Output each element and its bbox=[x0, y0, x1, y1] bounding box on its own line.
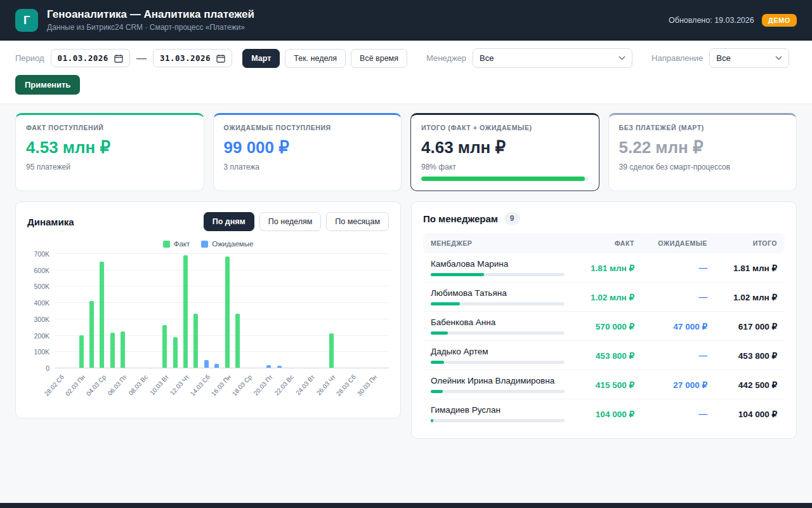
header-right: Обновлено: 19.03.2026 ДЕМО bbox=[669, 14, 797, 27]
dynamics-tab-0[interactable]: По дням bbox=[204, 212, 254, 231]
manager-name-cell: Дадыко Артем bbox=[431, 347, 565, 364]
dynamics-chart: 0100K200K300K400K500K600K700K 28.02 Сб02… bbox=[27, 254, 389, 408]
chart-bar bbox=[183, 255, 188, 368]
manager-row[interactable]: Олейник Ирина Владимировна415 500 ₽27 00… bbox=[423, 370, 785, 399]
y-tick-label: 400K bbox=[34, 299, 49, 307]
legend-label: Факт bbox=[174, 240, 190, 248]
manager-expected-value: 47 000 ₽ bbox=[634, 321, 707, 331]
chevron-down-icon bbox=[619, 56, 625, 60]
kpi-sub: 98% факт bbox=[421, 163, 589, 171]
x-tick-label: 26.03 Чт bbox=[315, 373, 336, 396]
manager-total-value: 442 500 ₽ bbox=[707, 380, 777, 390]
page-title: Геноаналитика — Аналитика платежей bbox=[47, 9, 254, 21]
y-tick-label: 500K bbox=[34, 283, 49, 290]
date-from-input[interactable]: 01.03.2026 bbox=[51, 49, 130, 67]
kpi-title: ФАКТ ПОСТУПЛЕНИЙ bbox=[26, 124, 193, 131]
chart-plot-wrap: 28.02 Сб02.03 Пн04.03 Ср06.03 Пт08.03 Вс… bbox=[55, 254, 389, 408]
manager-share-fill bbox=[431, 361, 444, 364]
manager-share-bar bbox=[431, 331, 565, 335]
y-tick-label: 100K bbox=[34, 348, 49, 356]
chart-bar bbox=[193, 314, 198, 368]
kpi-card-expected: ОЖИДАЕМЫЕ ПОСТУПЛЕНИЯ 99 000 ₽ 3 платежа bbox=[213, 113, 402, 191]
manager-select[interactable]: Все bbox=[473, 48, 632, 68]
x-tick-label: 02.03 Пн bbox=[64, 373, 86, 397]
manager-row[interactable]: Любимова Татьяна1.02 млн ₽—1.02 млн ₽ bbox=[423, 283, 785, 312]
manager-fact-value: 104 000 ₽ bbox=[565, 409, 634, 419]
quick-filter-button-0[interactable]: Март bbox=[242, 49, 280, 68]
range-dash: — bbox=[136, 53, 147, 64]
chart-gridline bbox=[55, 270, 389, 271]
chart-gridline bbox=[55, 302, 389, 303]
y-tick-label: 700K bbox=[34, 250, 49, 258]
chart-gridline bbox=[55, 319, 389, 319]
column-header-total: ИТОГО bbox=[707, 239, 777, 247]
manager-fact-value: 453 800 ₽ bbox=[565, 351, 634, 361]
x-tick-label: 08.03 Вс bbox=[127, 373, 149, 397]
manager-row[interactable]: Дадыко Артем453 800 ₽—453 800 ₽ bbox=[423, 341, 785, 370]
manager-row[interactable]: Гимадиев Руслан104 000 ₽—104 000 ₽ bbox=[423, 399, 785, 428]
filter-row-apply: Применить bbox=[15, 75, 797, 95]
manager-label: Менеджер bbox=[426, 53, 466, 63]
x-tick-label: 10.03 Вт bbox=[148, 373, 170, 396]
kpi-sub: 3 платежа bbox=[224, 163, 391, 171]
dynamics-title: Динамика bbox=[27, 217, 74, 227]
kpi-value: 5.22 млн ₽ bbox=[619, 138, 787, 157]
legend-label: Ожидаемые bbox=[212, 240, 253, 248]
manager-share-bar bbox=[431, 361, 565, 364]
kpi-title: ИТОГО (ФАКТ + ОЖИДАЕМЫЕ) bbox=[421, 124, 589, 131]
chart-gridline bbox=[55, 351, 389, 352]
demo-badge: ДЕМО bbox=[762, 14, 797, 27]
x-tick-label: 14.03 Сб bbox=[189, 373, 211, 398]
manager-share-fill bbox=[431, 331, 448, 335]
dynamics-tab-2[interactable]: По месяцам bbox=[326, 212, 389, 231]
chart-bar bbox=[225, 257, 230, 368]
manager-select-value: Все bbox=[480, 53, 494, 63]
manager-expected-value: — bbox=[634, 409, 707, 418]
chart-bar bbox=[162, 325, 167, 368]
header-titles: Геноаналитика — Аналитика платежей Данны… bbox=[47, 9, 254, 32]
app-header: Г Геноаналитика — Аналитика платежей Дан… bbox=[0, 0, 812, 41]
calendar-icon[interactable] bbox=[216, 54, 225, 63]
manager-name: Олейник Ирина Владимировна bbox=[431, 376, 565, 385]
managers-table-header: МЕНЕДЖЕР ФАКТ ОЖИДАЕМЫЕ ИТОГО bbox=[423, 233, 785, 253]
page-subtitle: Данные из Битрикс24 CRM · Смарт-процесс … bbox=[47, 23, 254, 32]
calendar-icon[interactable] bbox=[114, 54, 123, 63]
manager-share-bar bbox=[431, 273, 565, 276]
x-tick-label: 16.03 Пн bbox=[210, 373, 232, 397]
chart-bar bbox=[100, 262, 104, 368]
filter-bar: Период 01.03.2026 — 31.03.2026 МартТек. … bbox=[0, 41, 812, 104]
y-tick-label: 0 bbox=[46, 364, 49, 372]
manager-share-fill bbox=[431, 273, 484, 276]
manager-row[interactable]: Бабенкова Анна570 000 ₽47 000 ₽617 000 ₽ bbox=[423, 312, 785, 341]
dynamics-tab-1[interactable]: По неделям bbox=[259, 212, 321, 231]
manager-total-value: 453 800 ₽ bbox=[707, 351, 777, 361]
date-to-value: 31.03.2026 bbox=[160, 53, 211, 63]
managers-title: По менеджерам bbox=[423, 213, 498, 224]
x-tick-label: 30.03 Пн bbox=[356, 373, 378, 397]
quick-filter-button-2[interactable]: Всё время bbox=[351, 49, 407, 68]
manager-expected-value: 27 000 ₽ bbox=[634, 380, 707, 390]
quick-filter-button-1[interactable]: Тек. неделя bbox=[285, 49, 346, 68]
direction-label: Направление bbox=[652, 53, 703, 63]
manager-name-cell: Бабенкова Анна bbox=[431, 318, 565, 335]
chart-bar bbox=[121, 331, 125, 368]
kpi-card-no-payments: БЕЗ ПЛАТЕЖЕЙ (МАРТ) 5.22 млн ₽ 39 сделок… bbox=[608, 113, 797, 191]
direction-select[interactable]: Все bbox=[709, 48, 789, 68]
date-to-input[interactable]: 31.03.2026 bbox=[153, 49, 232, 67]
manager-row[interactable]: Камбалова Марина1.81 млн ₽—1.81 млн ₽ bbox=[423, 253, 785, 283]
apply-button[interactable]: Применить bbox=[15, 75, 80, 95]
kpi-title: ОЖИДАЕМЫЕ ПОСТУПЛЕНИЯ bbox=[224, 124, 391, 131]
y-tick-label: 300K bbox=[34, 316, 49, 323]
kpi-value: 4.63 млн ₽ bbox=[421, 138, 589, 157]
manager-expected-value: — bbox=[634, 351, 707, 360]
managers-panel: По менеджерам 9 МЕНЕДЖЕР ФАКТ ОЖИДАЕМЫЕ … bbox=[411, 201, 797, 439]
kpi-progress-track bbox=[421, 177, 589, 181]
kpi-title: БЕЗ ПЛАТЕЖЕЙ (МАРТ) bbox=[619, 124, 787, 131]
manager-name: Гимадиев Руслан bbox=[431, 405, 565, 415]
manager-name-cell: Любимова Татьяна bbox=[431, 288, 565, 305]
quick-filter-group: МартТек. неделяВсё время bbox=[242, 49, 407, 68]
y-tick-label: 600K bbox=[34, 267, 49, 274]
manager-fact-value: 1.81 млн ₽ bbox=[565, 263, 634, 273]
chart-bar bbox=[277, 366, 282, 368]
manager-total-value: 1.02 млн ₽ bbox=[707, 292, 777, 302]
